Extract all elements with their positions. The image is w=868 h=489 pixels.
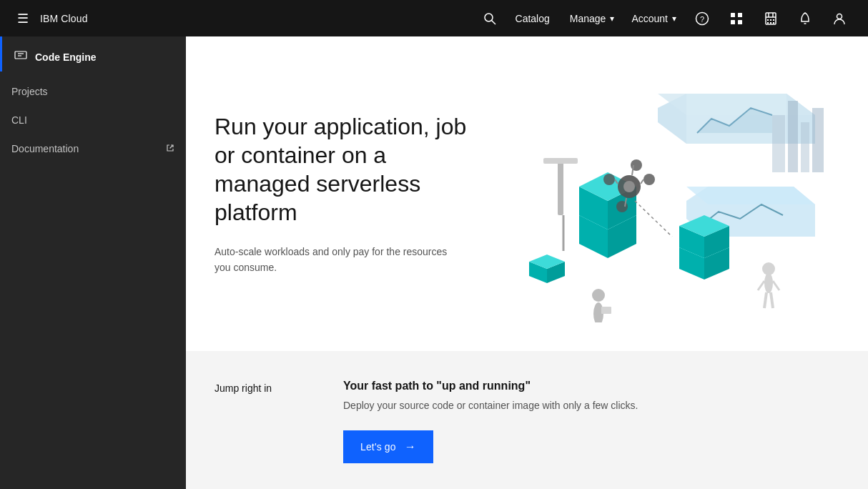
svg-line-55 <box>635 201 672 237</box>
ibm-cloud-brand: IBM Cloud <box>40 13 88 24</box>
documentation-label: Documentation <box>11 143 79 154</box>
search-icon <box>483 11 497 26</box>
jump-section-label: Jump right in <box>214 380 300 394</box>
catalog-label: Catalog <box>516 13 550 24</box>
top-navigation: ☰ IBM Cloud Catalog Manage ▾ Account ▾ ? <box>0 0 868 36</box>
svg-rect-4 <box>731 13 735 17</box>
account-label: Account <box>631 13 668 24</box>
sidebar-header: Code Engine <box>0 36 186 71</box>
jump-right-in-section: Jump right in Your fast path to "up and … <box>186 351 868 489</box>
sidebar-title: Code Engine <box>35 51 97 63</box>
catalog-nav-item[interactable]: Catalog <box>504 0 561 36</box>
sidebar-item-cli[interactable]: CLI <box>0 106 186 134</box>
switcher-button[interactable] <box>719 0 754 36</box>
svg-line-1 <box>491 20 495 24</box>
svg-point-48 <box>643 174 655 185</box>
svg-rect-7 <box>738 20 742 24</box>
svg-rect-71 <box>788 101 798 172</box>
lets-go-label: Let's go <box>360 441 396 453</box>
svg-marker-29 <box>686 187 815 204</box>
svg-rect-17 <box>773 22 774 24</box>
manage-chevron-icon: ▾ <box>610 14 614 24</box>
jump-title: Your fast path to "up and running" <box>343 380 839 392</box>
svg-rect-13 <box>770 19 771 21</box>
svg-line-23 <box>170 145 174 149</box>
arrow-right-icon: → <box>405 440 416 453</box>
svg-point-0 <box>485 14 493 21</box>
svg-point-47 <box>603 174 615 185</box>
svg-rect-57 <box>543 158 578 164</box>
user-icon <box>832 11 847 26</box>
code-engine-icon <box>14 48 28 66</box>
hero-heading: Run your application, job or container o… <box>214 112 486 227</box>
account-chevron-icon: ▾ <box>672 14 676 24</box>
svg-rect-16 <box>770 22 771 24</box>
sidebar: Code Engine Projects CLI Documentation <box>0 36 186 489</box>
hero-illustration <box>486 65 829 322</box>
svg-rect-6 <box>731 20 735 24</box>
hero-text-block: Run your application, job or container o… <box>214 112 486 276</box>
projects-label: Projects <box>11 86 48 97</box>
svg-point-65 <box>592 289 605 302</box>
svg-rect-70 <box>772 115 785 172</box>
jump-content-block: Your fast path to "up and running" Deplo… <box>343 380 839 463</box>
main-layout: Code Engine Projects CLI Documentation <box>0 36 868 489</box>
manage-nav-item[interactable]: Manage ▾ <box>561 0 623 36</box>
sidebar-item-projects[interactable]: Projects <box>0 77 186 106</box>
external-link-icon <box>166 144 174 154</box>
svg-point-60 <box>762 262 775 275</box>
svg-line-52 <box>641 179 643 184</box>
svg-point-46 <box>623 181 635 192</box>
help-icon: ? <box>695 11 709 26</box>
cost-estimator-button[interactable] <box>754 0 788 36</box>
calculator-icon <box>764 11 778 26</box>
manage-label: Manage <box>570 13 606 24</box>
account-nav-item[interactable]: Account ▾ <box>623 0 685 36</box>
sidebar-item-documentation[interactable]: Documentation <box>0 134 186 163</box>
svg-line-63 <box>758 281 764 290</box>
svg-rect-20 <box>15 51 26 59</box>
jump-desc: Deploy your source code or container ima… <box>343 398 839 413</box>
hero-section: Run your application, job or container o… <box>186 36 868 351</box>
sidebar-navigation: Projects CLI Documentation <box>0 77 186 163</box>
user-profile-button[interactable] <box>822 0 857 36</box>
hamburger-icon: ☰ <box>17 11 29 26</box>
svg-rect-14 <box>773 19 774 21</box>
help-button[interactable]: ? <box>685 0 719 36</box>
svg-line-61 <box>764 292 766 308</box>
svg-rect-67 <box>601 307 611 314</box>
hero-illustration-svg <box>486 65 829 322</box>
svg-rect-56 <box>558 158 563 215</box>
svg-point-19 <box>837 14 842 19</box>
svg-line-62 <box>771 292 773 308</box>
main-content: Run your application, job or container o… <box>186 36 868 489</box>
switcher-icon <box>729 11 744 26</box>
topnav-icon-group: ? <box>685 0 857 36</box>
svg-rect-12 <box>767 19 769 21</box>
cli-label: CLI <box>11 114 27 126</box>
svg-rect-73 <box>812 108 824 172</box>
hero-subtext: Auto-scale workloads and only pay for th… <box>214 244 458 276</box>
svg-text:?: ? <box>700 14 704 23</box>
svg-rect-5 <box>738 13 742 17</box>
svg-rect-72 <box>801 122 809 172</box>
svg-rect-15 <box>767 22 769 24</box>
svg-point-59 <box>764 273 773 293</box>
hamburger-menu-button[interactable]: ☰ <box>11 0 34 36</box>
lets-go-button[interactable]: Let's go → <box>343 430 433 463</box>
notifications-button[interactable] <box>788 0 822 36</box>
svg-line-64 <box>773 281 779 290</box>
search-button[interactable] <box>475 0 504 36</box>
bell-icon <box>798 11 812 26</box>
